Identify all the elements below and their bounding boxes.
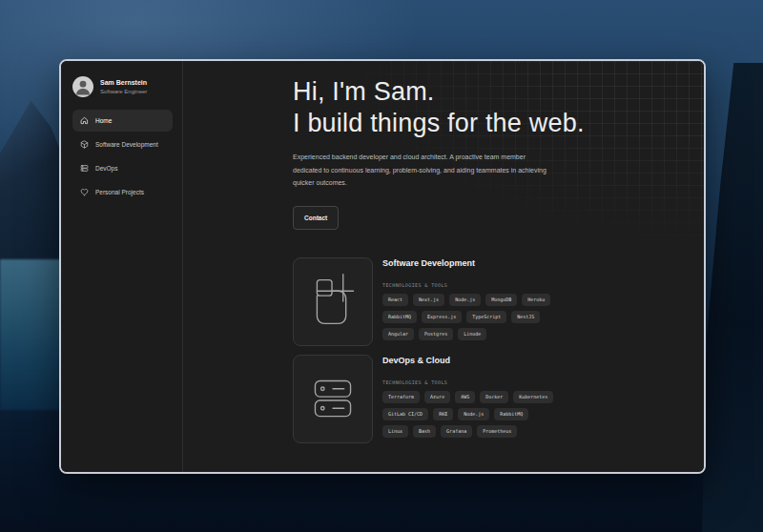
main-content: Hi, I'm Sam. I build things for the web.… [183, 61, 704, 472]
tech-tag: Bash [413, 425, 436, 438]
sidebar-item-software-development[interactable]: Software Development [72, 133, 173, 155]
sidebar-item-personal-projects[interactable]: Personal Projects [72, 181, 173, 203]
tech-tag: Prometheus [477, 425, 517, 438]
desktop: Sam Bernstein Software Engineer Home Sof… [0, 0, 763, 532]
sidebar-item-label: Personal Projects [95, 189, 144, 196]
tech-tag: NestJS [511, 311, 540, 323]
section-card: DevOps & Cloud TECHNOLOGIES & TOOLS Terr… [293, 355, 704, 443]
wallpaper-cliff [702, 63, 763, 532]
tech-tag: Heroku [522, 294, 550, 306]
section-title: DevOps & Cloud [382, 356, 556, 366]
tools-label: TECHNOLOGIES & TOOLS [382, 282, 556, 288]
tech-tag: Grafana [441, 425, 472, 438]
tech-tag: RabbitMQ [382, 311, 417, 323]
hero: Hi, I'm Sam. I build things for the web. [293, 76, 704, 139]
section-card: Software Development TECHNOLOGIES & TOOL… [293, 257, 704, 346]
sidebar-item-home[interactable]: Home [72, 110, 173, 132]
tools-label: TECHNOLOGIES & TOOLS [382, 379, 556, 385]
tech-tag: TypeScript [466, 311, 506, 323]
contact-button[interactable]: Contact [293, 206, 339, 230]
code-block-illustration [293, 257, 373, 346]
profile-name: Sam Bernstein [100, 78, 147, 87]
tech-tag: Kubernetes [513, 391, 553, 403]
tag-list: ReactNext.jsNode.jsMongoDBHerokuRabbitMQ… [382, 294, 556, 340]
browser-window: Sam Bernstein Software Engineer Home Sof… [59, 59, 706, 474]
sidebar-item-label: DevOps [95, 165, 117, 173]
tech-tag: RKE [433, 408, 453, 420]
tech-tag: Postgres [419, 328, 453, 340]
sidebar: Sam Bernstein Software Engineer Home Sof… [61, 61, 183, 472]
tech-tag: Terraform [382, 391, 420, 403]
profile: Sam Bernstein Software Engineer [72, 76, 173, 97]
home-icon [80, 116, 89, 125]
tech-tag: Angular [382, 328, 414, 340]
tech-tag: RabbitMQ [494, 408, 528, 420]
sidebar-nav: Home Software Development DevOps Persona… [72, 110, 173, 203]
tech-tag: Azure [424, 391, 450, 403]
sections: Software Development TECHNOLOGIES & TOOL… [293, 257, 704, 443]
tech-tag: Linode [458, 328, 486, 340]
tech-tag: Node.js [449, 294, 481, 306]
tech-tag: AWS [455, 391, 475, 403]
tech-tag: Node.js [458, 408, 489, 420]
tech-tag: GitLab CI/CD [382, 408, 428, 420]
sidebar-item-devops[interactable]: DevOps [72, 157, 173, 179]
tech-tag: Express.js [422, 311, 462, 323]
server-icon [80, 164, 89, 173]
section-title: Software Development [382, 258, 556, 269]
server-rack-illustration [293, 355, 373, 443]
heart-icon [80, 188, 89, 196]
sidebar-item-label: Home [95, 117, 112, 125]
sidebar-item-label: Software Development [95, 141, 158, 149]
tech-tag: Next.js [413, 294, 444, 306]
hero-heading-line1: Hi, I'm Sam. [293, 76, 704, 108]
tech-tag: MongoDB [485, 294, 517, 306]
cube-icon [80, 140, 89, 149]
intro-paragraph: Experienced backend developer and cloud … [293, 151, 552, 190]
person-avatar-icon [72, 76, 93, 97]
hero-heading-line2: I build things for the web. [293, 108, 704, 139]
tech-tag: Docker [480, 391, 508, 403]
tech-tag: Linux [382, 425, 408, 438]
profile-role: Software Engineer [100, 88, 147, 95]
tech-tag: React [382, 294, 408, 306]
tag-list: TerraformAzureAWSDockerKubernetesGitLab … [382, 391, 556, 438]
